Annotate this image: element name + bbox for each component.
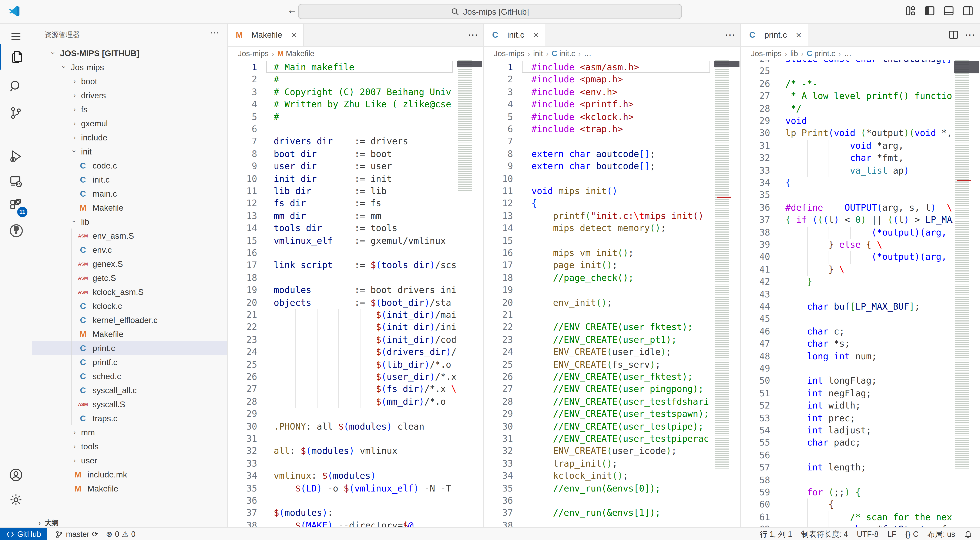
breadcrumb-item[interactable]: …: [584, 49, 592, 58]
toggle-secondary-sidebar-icon[interactable]: [962, 5, 974, 17]
tree-item-label: traps.c: [92, 413, 118, 423]
minimap[interactable]: [458, 60, 476, 191]
tab-Makefile[interactable]: MMakefile×: [228, 24, 304, 46]
settings-gear-icon[interactable]: [0, 487, 32, 513]
tree-item-tools[interactable]: ›tools: [32, 439, 227, 453]
tree-item-drivers[interactable]: ›drivers: [32, 88, 227, 102]
close-icon[interactable]: ×: [533, 29, 539, 40]
tree-item-jos-mips-github-[interactable]: ›JOS-MIPS [GITHUB]: [32, 46, 227, 60]
tree-item-syscall-s[interactable]: ASMsyscall.S: [32, 397, 227, 411]
breadcrumb-item[interactable]: Jos-mips: [751, 49, 781, 58]
tree-item-printf-c[interactable]: Cprintf.c: [32, 355, 227, 369]
toggle-sidebar-icon[interactable]: [924, 5, 935, 17]
tree-item-lib[interactable]: ›lib: [32, 215, 227, 228]
more-actions-icon[interactable]: ⋯: [725, 29, 736, 41]
code-line: {: [785, 499, 953, 511]
tab-init-c[interactable]: Cinit.c×: [484, 24, 546, 46]
branch-status[interactable]: master ⟳: [55, 530, 98, 539]
tree-item-fs[interactable]: ›fs: [32, 102, 227, 116]
encoding-indicator[interactable]: UTF-8: [857, 530, 878, 539]
tree-item-kclock-c[interactable]: Ckclock.c: [32, 299, 227, 313]
sidebar-item-extensions[interactable]: 11: [0, 193, 32, 218]
eol-indicator[interactable]: LF: [888, 530, 896, 539]
split-editor-icon[interactable]: [949, 30, 958, 40]
tree-item-main-c[interactable]: Cmain.c: [32, 186, 227, 201]
tree-item-syscall-all-c[interactable]: Csyscall_all.c: [32, 383, 227, 397]
tree-item-jos-mips[interactable]: ›Jos-mips: [32, 60, 227, 74]
search-icon: [451, 8, 460, 16]
code-editor[interactable]: 24static const char theFatalMsg[] = "fat…: [741, 60, 980, 527]
tree-item-sched-c[interactable]: Csched.c: [32, 369, 227, 383]
scrollbar-thumb[interactable]: [714, 61, 740, 67]
breadcrumb[interactable]: Jos-mips›lib›C print.c›…: [741, 46, 980, 60]
breadcrumb[interactable]: Jos-mips›M Makefile: [228, 46, 484, 60]
tree-item-print-c[interactable]: Cprint.c: [32, 341, 227, 355]
outline-section[interactable]: ›大纲: [32, 518, 227, 527]
language-mode[interactable]: {}C: [905, 530, 918, 539]
breadcrumb-item[interactable]: Jos-mips: [494, 49, 525, 58]
close-icon[interactable]: ×: [796, 29, 801, 40]
minimap[interactable]: [955, 60, 973, 468]
sidebar-item-explorer[interactable]: [0, 44, 33, 70]
nav-back-button[interactable]: ←: [287, 5, 298, 16]
sidebar-item-github[interactable]: [0, 218, 32, 243]
tree-item-genex-s[interactable]: ASMgenex.S: [32, 256, 227, 271]
code-line: lp_Print(void (*output)(void *, c: [785, 127, 953, 140]
problems-status[interactable]: ⊗ 0 ⚠ 0: [106, 530, 135, 539]
tree-item-env-c[interactable]: Cenv.c: [32, 242, 227, 256]
tree-item-getc-s[interactable]: ASMgetc.S: [32, 271, 227, 285]
breadcrumb-item[interactable]: …: [844, 49, 851, 58]
code-line: extern char aoutcode[];: [531, 148, 713, 161]
tree-item-init-c[interactable]: Cinit.c: [32, 172, 227, 186]
customize-layout-icon[interactable]: [905, 5, 916, 17]
code-editor[interactable]: 1#include <asm/asm.h>2#include <pmap.h>3…: [484, 60, 741, 527]
minimap[interactable]: [715, 60, 733, 468]
scrollbar-thumb[interactable]: [457, 61, 482, 67]
notifications-bell-icon[interactable]: [964, 530, 972, 538]
breadcrumb-item[interactable]: C print.c: [807, 49, 835, 58]
tree-item-include[interactable]: ›include: [32, 130, 227, 144]
remote-indicator[interactable]: GitHub: [0, 528, 48, 540]
tree-item-gxemul[interactable]: ›gxemul: [32, 116, 227, 130]
scrollbar-thumb[interactable]: [954, 61, 979, 73]
breadcrumb-item[interactable]: C init.c: [552, 49, 575, 58]
more-actions-icon[interactable]: ⋯: [965, 29, 975, 41]
line-number: 40: [741, 251, 770, 263]
tree-item-makefile[interactable]: MMakefile: [32, 327, 227, 341]
breadcrumb[interactable]: Jos-mips›init›C init.c›…: [484, 46, 741, 60]
tree-item-kernel-elfloader-c[interactable]: Ckernel_elfloader.c: [32, 313, 227, 327]
code-editor[interactable]: 1# Main makefile2#3# Copyright (C) 2007 …: [228, 60, 484, 527]
breadcrumb-item[interactable]: lib: [790, 49, 798, 58]
tab-size-indicator[interactable]: 制表符长度: 4: [801, 529, 848, 540]
sidebar-item-source-control[interactable]: [0, 100, 32, 126]
sidebar-item-run-debug[interactable]: [0, 143, 32, 169]
sidebar-item-search[interactable]: [0, 73, 32, 99]
sidebar-more-actions-icon[interactable]: ⋯: [210, 27, 220, 38]
code-line: [531, 284, 713, 297]
breadcrumb-item[interactable]: init: [533, 49, 543, 58]
tree-item-label: print.c: [92, 343, 115, 353]
tree-item-env-asm-s[interactable]: ASMenv_asm.S: [32, 228, 227, 242]
tree-item-kclock-asm-s[interactable]: ASMkclock_asm.S: [32, 285, 227, 299]
breadcrumb-item[interactable]: M Makefile: [277, 49, 314, 58]
sidebar-item-remote-explorer[interactable]: [0, 169, 32, 194]
tab-print-c[interactable]: Cprint.c×: [741, 24, 808, 46]
tree-item-code-c[interactable]: Ccode.c: [32, 158, 227, 172]
close-icon[interactable]: ×: [291, 29, 297, 40]
breadcrumb-item[interactable]: Jos-mips: [238, 49, 269, 58]
keyboard-layout[interactable]: 布局: us: [928, 529, 955, 540]
tree-item-makefile[interactable]: MMakefile: [32, 481, 227, 495]
cursor-position[interactable]: 行 1, 列 1: [760, 529, 792, 540]
command-center-search[interactable]: Jos-mips [GitHub]: [298, 4, 682, 19]
accounts-icon[interactable]: [0, 462, 32, 487]
tree-item-mm[interactable]: ›mm: [32, 425, 227, 439]
tree-item-boot[interactable]: ›boot: [32, 74, 227, 88]
tree-item-init[interactable]: ›init: [32, 144, 227, 158]
tree-item-include-mk[interactable]: Minclude.mk: [32, 467, 227, 481]
tree-item-makefile[interactable]: MMakefile: [32, 201, 227, 215]
tree-item-user[interactable]: ›user: [32, 453, 227, 467]
more-actions-icon[interactable]: ⋯: [468, 29, 479, 41]
toggle-panel-icon[interactable]: [943, 5, 955, 17]
line-number: 25: [228, 358, 257, 371]
tree-item-traps-c[interactable]: Ctraps.c: [32, 411, 227, 425]
